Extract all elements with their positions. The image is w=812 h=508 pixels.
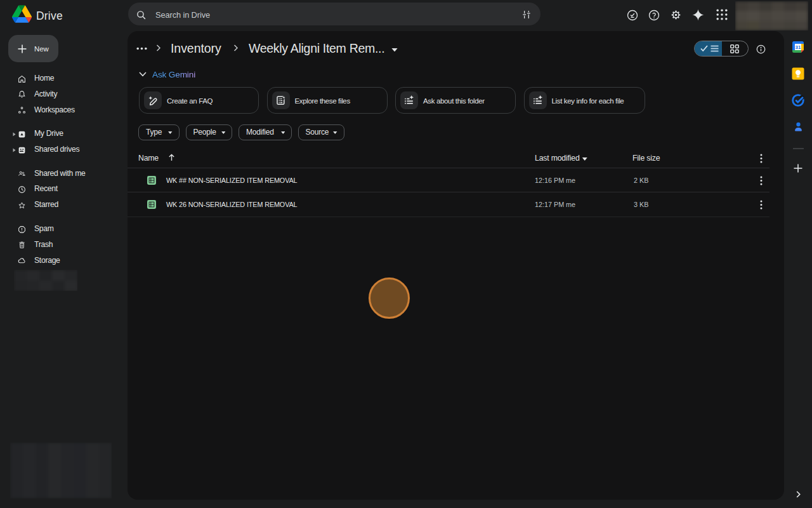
svg-text:31: 31 [796,44,801,50]
